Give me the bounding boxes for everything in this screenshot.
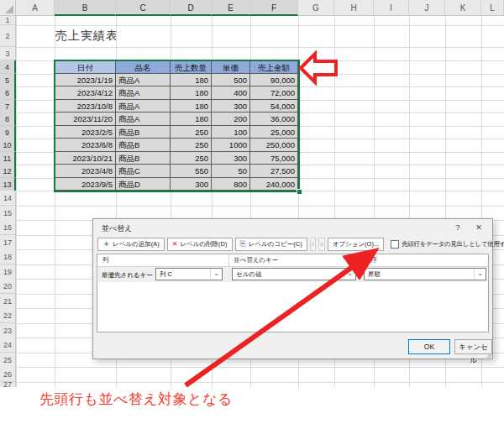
- table-cell[interactable]: 2023/10/8: [55, 100, 116, 113]
- column-header-K[interactable]: K: [445, 0, 481, 16]
- table-cell[interactable]: 27,500: [250, 165, 298, 178]
- row-header-3[interactable]: 3: [0, 47, 16, 60]
- add-level-button[interactable]: ＋ レベルの追加(A): [97, 238, 165, 251]
- table-cell[interactable]: 2023/9/5: [55, 178, 116, 191]
- column-header-A[interactable]: A: [16, 0, 55, 16]
- table-cell[interactable]: 50: [212, 165, 250, 178]
- table-cell[interactable]: 商品A: [116, 100, 171, 113]
- row-header-21[interactable]: 21: [0, 294, 16, 309]
- row-header-9[interactable]: 9: [0, 126, 16, 139]
- column-header-D[interactable]: D: [171, 0, 212, 16]
- table-cell[interactable]: 500: [212, 74, 250, 87]
- table-cell[interactable]: 72,000: [250, 86, 298, 100]
- column-header-L[interactable]: L: [481, 0, 504, 16]
- row-header-23[interactable]: 23: [0, 323, 16, 338]
- table-cell[interactable]: 2023/4/12: [55, 86, 116, 100]
- row-header-14[interactable]: 14: [0, 191, 16, 206]
- sort-column-select[interactable]: 列 C ⌄: [155, 268, 223, 280]
- row-header-11[interactable]: 11: [0, 152, 16, 165]
- row-header-1[interactable]: 1: [0, 16, 16, 25]
- table-header-cell[interactable]: 売上金額: [250, 60, 298, 74]
- table-cell[interactable]: 1000: [212, 139, 250, 152]
- table-cell[interactable]: 800: [212, 178, 250, 191]
- row-header-6[interactable]: 6: [0, 86, 16, 100]
- table-cell[interactable]: 400: [212, 86, 250, 100]
- ok-button[interactable]: OK: [408, 339, 450, 354]
- row-header-20[interactable]: 20: [0, 279, 16, 294]
- column-header-E[interactable]: E: [212, 0, 250, 16]
- sort-order-select[interactable]: 昇順 ⌄: [364, 268, 486, 280]
- table-cell[interactable]: 商品A: [116, 86, 171, 100]
- table-cell[interactable]: 2023/4/8: [55, 165, 116, 178]
- row-header-16[interactable]: 16: [0, 220, 16, 235]
- row-header-13[interactable]: 13: [0, 178, 16, 191]
- table-cell[interactable]: 2023/10/21: [55, 152, 116, 165]
- row-header-5[interactable]: 5: [0, 74, 16, 87]
- column-header-J[interactable]: J: [409, 0, 445, 16]
- table-cell[interactable]: 250: [171, 139, 212, 152]
- table-cell[interactable]: 250,000: [250, 139, 298, 152]
- table-cell[interactable]: 250: [171, 152, 212, 165]
- table-cell[interactable]: 180: [171, 100, 212, 113]
- table-cell[interactable]: 25,000: [250, 126, 298, 139]
- row-header-8[interactable]: 8: [0, 113, 16, 126]
- table-cell[interactable]: 550: [171, 165, 212, 178]
- column-header-H[interactable]: H: [334, 0, 374, 16]
- table-cell[interactable]: 200: [212, 113, 250, 126]
- options-button[interactable]: オプション(O)...: [328, 238, 384, 251]
- row-header-24[interactable]: 24: [0, 338, 16, 353]
- table-cell[interactable]: 300: [212, 100, 250, 113]
- table-header-cell[interactable]: 売上数量: [171, 60, 212, 74]
- table-cell[interactable]: 90,000: [250, 74, 298, 87]
- table-cell[interactable]: 180: [171, 74, 212, 87]
- table-cell[interactable]: 36,000: [250, 113, 298, 126]
- table-header-cell[interactable]: 単価: [212, 60, 250, 74]
- table-cell[interactable]: 商品A: [116, 74, 171, 87]
- table-cell[interactable]: 2023/1/19: [55, 74, 116, 87]
- table-cell[interactable]: 300: [171, 178, 212, 191]
- table-cell[interactable]: 商品A: [116, 113, 171, 126]
- row-header-18[interactable]: 18: [0, 249, 16, 264]
- copy-level-button[interactable]: ⎘ レベルのコピー(C): [235, 238, 307, 251]
- row-header-4[interactable]: 4: [0, 60, 16, 74]
- row-header-15[interactable]: 15: [0, 206, 16, 221]
- table-header-cell[interactable]: 品名: [116, 60, 171, 74]
- column-header-I[interactable]: I: [374, 0, 409, 16]
- row-header-7[interactable]: 7: [0, 100, 16, 113]
- select-all-corner[interactable]: [0, 0, 16, 16]
- table-cell[interactable]: 250: [171, 126, 212, 139]
- column-header-G[interactable]: G: [298, 0, 334, 16]
- row-header-2[interactable]: 2: [0, 25, 16, 47]
- help-icon[interactable]: ?: [449, 222, 467, 234]
- table-cell[interactable]: 商品D: [116, 178, 171, 191]
- table-cell[interactable]: 商品B: [116, 126, 171, 139]
- table-cell[interactable]: 2023/6/8: [55, 139, 116, 152]
- row-header-25[interactable]: 25: [0, 353, 16, 368]
- close-icon[interactable]: ✕: [470, 222, 488, 234]
- header-row-checkbox[interactable]: [391, 240, 399, 249]
- table-cell[interactable]: 75,000: [250, 152, 298, 165]
- table-cell[interactable]: 300: [212, 152, 250, 165]
- delete-level-button[interactable]: ✕ レベルの削除(D): [167, 238, 233, 251]
- resize-grip-icon[interactable]: ◢: [486, 351, 491, 359]
- table-cell[interactable]: 100: [212, 126, 250, 139]
- row-header-12[interactable]: 12: [0, 165, 16, 178]
- move-down-button[interactable]: ∨: [318, 238, 325, 251]
- column-header-C[interactable]: C: [116, 0, 171, 16]
- row-header-19[interactable]: 19: [0, 264, 16, 280]
- row-header-10[interactable]: 10: [0, 139, 16, 152]
- row-header-27[interactable]: 27: [0, 382, 16, 387]
- table-header-cell[interactable]: 日付: [55, 60, 116, 74]
- column-header-B[interactable]: B: [55, 0, 116, 16]
- move-up-button[interactable]: ∧: [310, 238, 317, 251]
- fill-handle[interactable]: [297, 189, 302, 195]
- table-cell[interactable]: 54,000: [250, 100, 298, 113]
- table-cell[interactable]: 2023/2/5: [55, 126, 116, 139]
- table-cell[interactable]: 商品C: [116, 165, 171, 178]
- table-cell[interactable]: 商品B: [116, 152, 171, 165]
- table-cell[interactable]: 2023/11/20: [55, 113, 116, 126]
- row-header-17[interactable]: 17: [0, 235, 16, 250]
- table-cell[interactable]: 商品B: [116, 139, 171, 152]
- column-header-F[interactable]: F: [250, 0, 298, 16]
- table-cell[interactable]: 240,000: [250, 178, 298, 191]
